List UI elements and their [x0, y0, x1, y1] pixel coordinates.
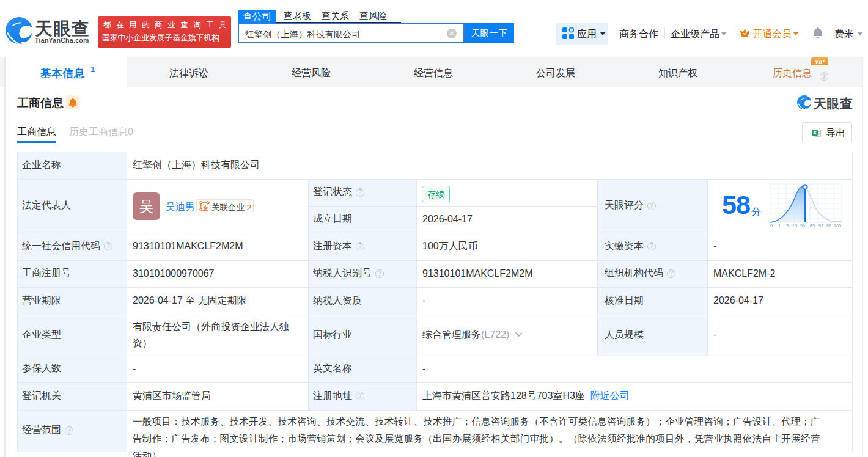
svg-text:3: 3	[786, 223, 789, 228]
svg-text:15: 15	[792, 223, 797, 228]
svg-text:企: 企	[202, 205, 208, 211]
svg-text:85: 85	[810, 223, 815, 228]
svg-text:99: 99	[826, 223, 831, 228]
svg-text:0: 0	[770, 223, 773, 228]
svg-text:50: 50	[800, 223, 805, 228]
svg-text:1: 1	[778, 223, 781, 228]
svg-text:97: 97	[818, 223, 823, 228]
svg-text:100: 100	[834, 223, 842, 228]
